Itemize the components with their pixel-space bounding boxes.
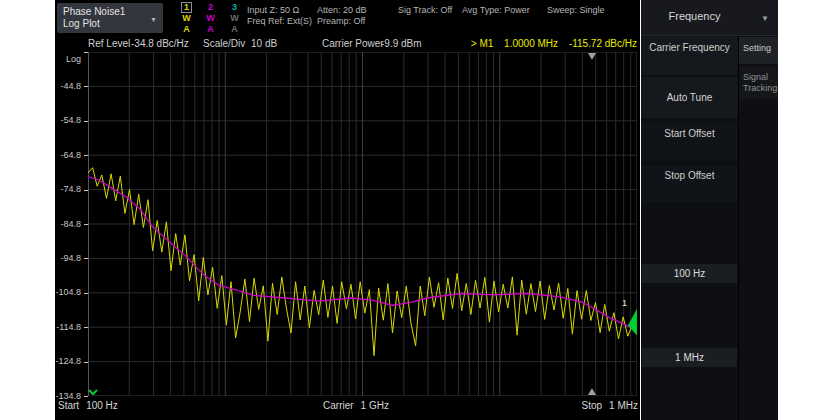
marker-freq: 1.0000 MHz [504,38,558,49]
y-axis-label: -74.8 [60,184,81,194]
stop-offset-field[interactable]: 1 MHz [642,348,737,367]
start-offset-readout: Start100 Hz [58,400,118,411]
trace-2-number: 2 [203,2,218,13]
tab-setting[interactable]: Setting [739,37,778,64]
start-offset-field[interactable]: 100 Hz [642,264,737,283]
info-sig-track: Sig Track: Off [398,5,452,16]
panel-header[interactable]: Frequency ▼ [641,0,778,36]
info-input-freq-ref: Input Z: 50 ΩFreq Ref: Ext(S) [247,5,312,27]
trace-1-type: W [179,13,194,24]
measurement-screen: Phase Noise1 Log Plot ▼ 1 W A 2 W A 3 W … [55,0,640,420]
info-avg-type: Avg Type: Power [462,5,530,16]
trace-3-detector: A [227,24,242,35]
trace-selector-1[interactable]: 1 W A [179,2,194,35]
stop-offset-control[interactable]: Stop Offset 1 MHz [641,165,738,202]
y-axis-label: -134.8 [55,391,81,401]
carrier-power-label: Carrier Power [322,38,384,49]
chevron-down-icon: ▼ [761,14,769,23]
info-sweep: Sweep: Single [547,5,605,16]
y-axis-label: -114.8 [56,322,81,332]
y-axis-tick [84,396,88,397]
marker-level: -115.72 dBc/Hz [569,38,637,49]
scale-div-label: Scale/Div [203,38,245,49]
trace-selector-3[interactable]: 3 W A [227,2,242,35]
y-axis-label: -104.8 [55,287,81,297]
trace-start-chevron-icon [89,390,97,394]
trace-selectors: 1 W A 2 W A 3 W A [179,2,242,35]
scale-div-value[interactable]: 10 dB [251,38,277,49]
stop-offset-readout: Stop1 MHz [582,400,638,411]
ref-level-value[interactable]: -34.8 dBc/Hz [131,38,189,49]
carrier-frequency-control[interactable]: Carrier Frequency 1 GHz [641,37,738,75]
x-axis-labels: Start100 Hz Carrier1 GHz Stop1 MHz [55,400,640,416]
trace-2-detector: A [203,24,218,35]
sweep-marker-top-icon [588,53,596,60]
tab-signal-tracking[interactable]: Signal Tracking [739,66,778,99]
analyzer-screenshot: Phase Noise1 Log Plot ▼ 1 W A 2 W A 3 W … [0,0,840,420]
chevron-down-icon: ▼ [150,14,157,26]
start-offset-label: Start Offset [641,123,738,139]
y-axis-label: -84.8 [60,219,81,229]
stop-offset-label: Stop Offset [641,165,738,181]
panel-title: Frequency [641,10,748,22]
y-axis-label: -64.8 [60,150,81,160]
trace-selector-2[interactable]: 2 W A [203,2,218,35]
y-axis-label: -44.8 [60,81,81,91]
frequency-menu-panel: Frequency ▼ Carrier Frequency 1 GHz Auto… [641,0,778,420]
auto-tune-button[interactable]: Auto Tune [641,77,738,118]
trace-2-type: W [203,13,218,24]
trace-3-type: W [227,13,242,24]
y-axis-labels: -44.8-54.8-64.8-74.8-84.8-94.8-104.8-114… [55,0,83,420]
trace-1-detector: A [179,24,194,35]
marker-name: > M1 [471,38,494,49]
y-axis-label: -54.8 [60,115,81,125]
m1-marker-number: 1 [622,298,627,308]
carrier-frequency-label: Carrier Frequency [641,37,738,53]
trace-1-number: 1 [181,2,192,13]
y-axis-label: -124.8 [55,356,81,366]
sweep-marker-bottom-icon [588,388,596,395]
carrier-readout: Carrier1 GHz [323,400,389,411]
marker-readout: > M1 1.0000 MHz -115.72 dBc/Hz [471,38,637,49]
y-axis-label: -94.8 [60,253,81,263]
info-atten-preamp: Atten: 20 dBPreamp: Off [317,5,367,27]
carrier-power-value[interactable]: -9.9 dBm [381,38,422,49]
ref-level-label: Ref Level [88,38,130,49]
start-offset-control[interactable]: Start Offset 100 Hz [641,123,738,161]
phase-noise-chart: 1 [88,52,637,396]
trace-3-number: 3 [227,2,242,13]
